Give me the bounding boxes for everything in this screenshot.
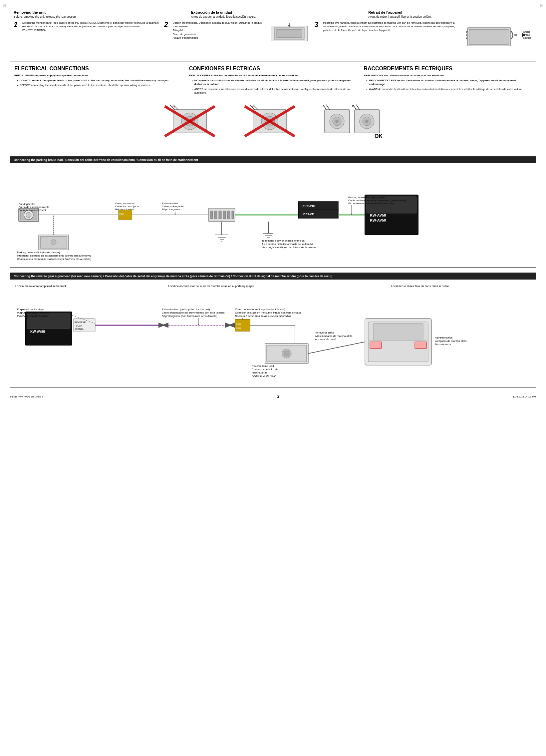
svg-rect-5 [469, 29, 509, 44]
precaution-en-title: PRECAUTIONS on power supply and speaker … [14, 74, 89, 77]
parking-diagram-svg: ≡≡≡ PARKING BRAKE KW-AV58 [15, 168, 536, 262]
title-es: Extracción de la unidad [191, 10, 355, 14]
svg-text:Extension lead: Extension lead [162, 202, 179, 205]
parking-header-text: Connecting the parking brake lead / Cone… [14, 158, 198, 162]
svg-line-41 [326, 105, 329, 110]
svg-rect-59 [223, 211, 226, 219]
svg-text:Frein de stationnement: Frein de stationnement [19, 209, 46, 212]
reverse-diagram-area: Locate the reverse lamp lead in the trun… [10, 280, 536, 387]
svg-text:Fil des feux de recul: Fil des feux de recul [252, 375, 275, 378]
step-number-1: 1 [14, 21, 20, 28]
precaution-fr-b2: AVANT de connecter les fils d'enceintes … [366, 87, 532, 91]
header-fr: Retrait de l'appareil Avant de retirer l… [368, 10, 532, 18]
reverse-header-text: Connecting the reverse gear signal lead … [14, 275, 332, 278]
speaker-wrong-2-svg: L R [243, 105, 296, 138]
svg-text:Fil prolongateur (non fourni a: Fil prolongateur (non fourni avec cet au… [162, 315, 218, 318]
svg-text:Lámparas de marcha atrás: Lámparas de marcha atrás [435, 340, 467, 343]
svg-text:Conector de sujeción: Conector de sujeción [115, 205, 140, 208]
svg-rect-133 [373, 324, 423, 340]
precaution-fr-list: NE CONNECTEZ PAS les fils d'enceintes du… [363, 79, 532, 91]
header-es: Extracción de la unidad Antes de extraer… [191, 10, 355, 18]
svg-text:A las lámparas de marcha atrás: A las lámparas de marcha atrás [315, 335, 352, 338]
svg-point-50 [26, 212, 31, 218]
svg-text:Cable prolongador: Cable prolongador [162, 205, 184, 208]
svg-line-128 [308, 342, 365, 354]
reg-mark-tl: ⊕ [3, 3, 7, 8]
svg-text:marcha atrás: marcha atrás [252, 371, 268, 374]
step-2-label: Trim plate Placa de guarnición Plaque d'… [173, 28, 267, 40]
svg-text:Crimp connector: Crimp connector [115, 202, 135, 205]
svg-text:OK: OK [374, 133, 382, 139]
svg-rect-60 [228, 211, 230, 219]
title-fr: Retrait de l'appareil [368, 10, 532, 14]
svg-text:Vers corps métallique ou châss: Vers corps métallique ou châssis de la v… [262, 246, 316, 249]
step-number-3: 3 [314, 21, 320, 28]
precaution-es-list: NO conecte los conductores de altavoz de… [189, 79, 357, 95]
step-1-text: Detach the monitor panel (see page 5 of … [22, 21, 159, 32]
svg-point-39 [365, 120, 368, 123]
svg-text:REVERSE: REVERSE [75, 321, 86, 324]
svg-point-7 [514, 34, 517, 36]
step-2-text: Detach the trim plate. Desmonte la placa… [173, 21, 267, 28]
svg-text:To metallic body or chassis of: To metallic body or chassis of the car [262, 239, 305, 242]
locate-fr: Localisez le fil des feux de recul dans … [391, 285, 531, 288]
svg-text:To reverse lamp: To reverse lamp [315, 331, 334, 334]
svg-text:Crimp connector (not supplied : Crimp connector (not supplied for this u… [235, 308, 285, 311]
electrical-col-es: CONEXIONES ELECTRICAS PRECAUCIONES sobre… [189, 66, 357, 96]
subtitle-es: Antes de extraer la unidad, libere la se… [191, 15, 355, 18]
title-en: Removing the unit [14, 10, 178, 14]
trim-plate-svg [270, 21, 309, 44]
svg-rect-56 [210, 211, 213, 219]
removing-unit-section: Removing the unit Before removing the un… [10, 7, 536, 56]
svg-text:Parking brake: Parking brake [19, 203, 35, 206]
step-2-illustration [270, 21, 309, 44]
step-3-text: Insert the two handles, then pull them a… [323, 21, 460, 32]
locate-fr-text: Localisez le fil des feux de recul dans … [391, 285, 450, 288]
svg-text:Fil prolongateur: Fil prolongateur [162, 208, 181, 211]
svg-line-44 [356, 105, 359, 110]
svg-text:Handles: Handles [522, 31, 530, 33]
step-3-content: Insert the two handles, then pull them a… [323, 21, 460, 32]
svg-text:≡≡≡: ≡≡≡ [119, 213, 124, 216]
svg-text:Parking brake lead (light gree: Parking brake lead (light green) [348, 196, 385, 199]
locate-en-text: Locate the reverse lamp lead in the trun… [15, 285, 67, 288]
subtitle-en: Before removing the unit, release the re… [14, 15, 178, 18]
svg-point-79 [51, 240, 56, 245]
svg-text:Cable prolongador (no suminist: Cable prolongador (no suministrado con e… [162, 311, 225, 314]
svg-text:Parking brake switch (inside t: Parking brake switch (inside the car) [17, 251, 60, 254]
svg-text:Reverse lamps: Reverse lamps [435, 336, 452, 339]
svg-text:Raccord à sertir: Raccord à sertir [115, 208, 134, 211]
svg-text:PARKING: PARKING [301, 204, 315, 208]
svg-text:Reverse lamp lead: Reverse lamp lead [252, 365, 274, 368]
handles-svg: Handles Manijas Poignées [466, 21, 532, 53]
speaker-diagram-wrong-2: L R [243, 105, 296, 139]
svg-text:Fil du frein de stationnement : Fil du frein de stationnement (vert clai… [348, 202, 394, 205]
svg-rect-2 [276, 29, 302, 38]
subtitle-fr: Avant de retirer l'appareil, libérer la … [368, 15, 532, 18]
svg-text:Aux feux de recul: Aux feux de recul [314, 338, 335, 341]
speaker-diagram-wrong-1: L R [163, 105, 217, 139]
svg-text:KW-AV50: KW-AV50 [370, 218, 386, 222]
reg-mark-tr: ⊕ [539, 3, 543, 8]
speaker-wrong-1-svg: L R [163, 105, 217, 138]
svg-text:BRAKE: BRAKE [303, 213, 314, 216]
speaker-diagrams: L R L R [14, 100, 532, 147]
svg-text:Manijas: Manijas [522, 34, 530, 36]
precaution-fr-title: PRECAUTIONS sur l'alimentation et la con… [363, 74, 445, 77]
svg-rect-58 [219, 211, 222, 219]
step-2-content: Detach the trim plate. Desmonte la placa… [173, 21, 267, 40]
reverse-section-header: Connecting the reverse gear signal lead … [10, 273, 536, 280]
reverse-gear-section: Connecting the reverse gear signal lead … [10, 273, 536, 388]
precaution-fr-b1: NE CONNECTEZ PAS les fils d'enceintes du… [369, 79, 516, 86]
svg-text:Conductor de la luz de: Conductor de la luz de [252, 368, 278, 371]
step-3: 3 Insert the two handles, then pull them… [314, 21, 532, 53]
svg-text:R: R [173, 105, 175, 109]
parking-section-header: Connecting the parking brake lead / Cone… [10, 157, 536, 163]
svg-text:SIGNAL: SIGNAL [75, 328, 84, 330]
step-number-2: 2 [164, 21, 170, 28]
page-footer: Install_KW-AV50[JW].indb 3 3 11.9.21 3:0… [10, 393, 536, 399]
locate-en: Locate the reverse lamp lead in the trun… [15, 285, 155, 288]
speaker-diagram-ok: L R OK [323, 103, 383, 140]
svg-text:A un cuerpo metálico o chasis : A un cuerpo metálico o chasis del automó… [262, 243, 313, 246]
svg-text:Violet avec bande blanche: Violet avec bande blanche [17, 315, 48, 318]
